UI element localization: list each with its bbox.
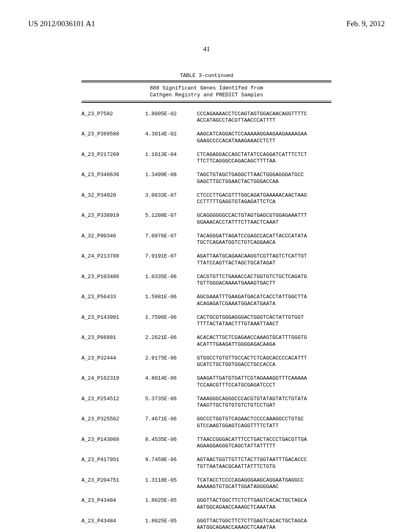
publication-date: Feb. 9, 2012 — [346, 19, 385, 28]
sequence-line2: AATGGCAGAACCAAAGCTCAAATAA — [197, 504, 332, 511]
sequence: AGCGAAATTTGAAGATGACATCACCTATTGGCTTAACAGA… — [197, 294, 332, 307]
table-row: A_24_P2137887.9191E-07AGATTAATGCAGAACAAG… — [81, 253, 332, 266]
probe-id: A_23_P143068 — [81, 436, 142, 443]
sequence-line1: GCAGGGGGGCCACTGTAGTGAGCGTGGAGAAATTT — [197, 212, 332, 219]
p-value: 1.5981E-06 — [145, 294, 194, 300]
sequence-line1: CACGTGTTCTGAAACCACTGGTGTCTGCTCAGATG — [197, 274, 332, 280]
sequence: GGCCCTGGTGTCAGAACTCCCCAAAGGCCTGTGCGTCCAA… — [197, 416, 332, 429]
p-value: 7.9191E-07 — [145, 253, 194, 260]
p-value: 4.8014E-06 — [145, 375, 194, 382]
sequence-line1: GGCCCTGGTGTCAGAACTCCCCAAAGGCCTGTGC — [197, 416, 332, 422]
publication-number: US 2012/0036101 A1 — [28, 19, 95, 28]
sequence: TAGCTGTAGCTGAGGCTTAACTGGGAGGGATGCCGAGCTT… — [197, 172, 332, 185]
table-row: A_23_P1439811.7596E-06CACTGCGTGGGAGGGACT… — [81, 314, 332, 328]
sequence-line1: GGGTTACTGGCTTCTCTTGAGTCACACTGCTAGCA — [197, 518, 332, 524]
table-subtitle-line1: 888 Significant Genes Identifed from — [150, 85, 263, 91]
sequence-line1: TCATACCTCCCCAGAGGGAAGCAGGAATGAGGCC — [197, 477, 332, 484]
sequence-line2: GCATCTGCTGGTGGACCTGCCACCA — [197, 362, 332, 368]
sequence-line1: TAGCTGTAGCTGAGGCTTAACTGGGAGGGATGCC — [197, 172, 332, 178]
sequence: GTGGCCTGTGTTGCCACTCTCAGCACCCCACATTTGCATC… — [197, 355, 332, 368]
p-value: 5.3735E-06 — [145, 396, 194, 402]
sequence-line2: ACAGAGATCGAAATGGACATGAATA — [197, 301, 332, 307]
table-row: A_23_P3255627.4671E-06GGCCCTGGTGTCAGAACT… — [81, 416, 332, 429]
p-value: 1.3118E-05 — [145, 477, 194, 484]
table-row: A_23_P75821.8005E-02CCCAGAAAACCTCCAGTAGT… — [81, 111, 332, 124]
rule-top-inner — [81, 82, 332, 83]
table-row: A_23_P3486361.3499E-08TAGCTGTAGCTGAGGCTT… — [81, 172, 332, 185]
sequence-line2: TGTTGGGACAAAATGAAAGTGACTT — [197, 280, 332, 287]
sequence-line2: TGCTCAGAATGGTCTGTCAGGAACA — [197, 239, 332, 246]
table-row: A_23_P434841.8025E-05GGGTTACTGGCTTCTCTTG… — [81, 497, 332, 511]
sequence: AAGCATCAGGACTCCAAAAAGGAAGAAGAAAAGAAGAAGC… — [197, 131, 332, 144]
rule-mid-outer — [81, 102, 332, 103]
sequence-line1: CTCAGAGGACCAGCTATATCCAGGATCATTTCTCT — [197, 152, 332, 158]
probe-id: A_24_P213788 — [81, 253, 142, 260]
p-value: 1.7596E-06 — [145, 314, 194, 321]
sequence: TACAGGGATTAGATCCGAGCCACATTACCCATATATGCTC… — [197, 233, 332, 246]
p-value: 7.4671E-06 — [145, 416, 194, 422]
table-title: TABLE 3-continued — [81, 73, 332, 79]
sequence-line1: CCCAGAAAACCTCCAGTAGTGGACAACAGGTTTTC — [197, 111, 332, 117]
table-row: A_23_P1034861.0335E-06CACGTGTTCTGAAACCAC… — [81, 274, 332, 287]
table-row: A_23_P434841.8025E-05GGGTTACTGGCTTCTCTTG… — [81, 518, 332, 531]
table-row: A_23_P3895884.3814E-02AAGCATCAGGACTCCAAA… — [81, 131, 332, 144]
p-value: 5.1208E-07 — [145, 212, 194, 219]
probe-id: A_32_P34920 — [81, 192, 142, 199]
p-value: 1.1013E-04 — [145, 152, 194, 158]
sequence-line1: CACTGCGTGGGAGGGACTGGGTCACTATTGTGGT — [197, 314, 332, 321]
probe-id: A_23_P32444 — [81, 355, 142, 362]
sequence: GGGTTACTGGCTTCTCTTGAGTCACACTGCTAGCAAATGG… — [197, 497, 332, 511]
table-subtitle-line2: Cathgen Registry and PREDICT Samples — [150, 92, 263, 98]
sequence: GGGTTACTGGCTTCTCTTGAGTCACACTGCTAGCAAATGG… — [197, 518, 332, 531]
sequence-line2: GAAGCCCCACATAAAGAAACCTCTT — [197, 138, 332, 144]
p-value: 4.3814E-02 — [145, 131, 194, 137]
sequence-line1: GAAGATTGATGTGATTCGTAGAAAGGTTTCAAAAA — [197, 375, 332, 382]
probe-id: A_32_P90346 — [81, 233, 142, 239]
sequence: CTCAGAGGACCAGCTATATCCAGGATCATTTCTCTTTCTT… — [197, 152, 332, 165]
sequence: CACTGCGTGGGAGGGACTGGGTCACTATTGTGGTTTTTAC… — [197, 314, 332, 328]
rule-top-outer — [81, 81, 332, 81]
p-value: 3.0633E-07 — [145, 192, 194, 199]
table-row: A_23_P564331.5981E-06AGCGAAATTTGAAGATGAC… — [81, 294, 332, 307]
sequence-line1: GGGTTACTGGCTTCTCTTGAGTCACACTGCTAGCA — [197, 497, 332, 504]
probe-id: A_23_P43484 — [81, 518, 142, 524]
probe-id: A_23_P7582 — [81, 111, 142, 117]
table-body: A_23_P75821.8005E-02CCCAGAAAACCTCCAGTAGT… — [81, 111, 332, 532]
sequence-line1: TTAACCGGGACATTTCCTGACTACCCTGACGTTGA — [197, 436, 332, 443]
data-table: TABLE 3-continued 888 Significant Genes … — [81, 73, 332, 532]
probe-id: A_23_P254512 — [81, 396, 142, 402]
p-value: 1.8025E-05 — [145, 497, 194, 504]
table-row: A_23_P2172691.1013E-04CTCAGAGGACCAGCTATA… — [81, 152, 332, 165]
p-value: 1.8005E-02 — [145, 111, 194, 117]
table-row: A_23_P1430688.4535E-06TTAACCGGGACATTTCCT… — [81, 436, 332, 450]
sequence-line2: TCCAACGTTTCCATGCGAGATCCCT — [197, 382, 332, 389]
sequence-line2: GGAAACACCTATTTCTTAACTCAAAT — [197, 219, 332, 226]
probe-id: A_23_P56433 — [81, 294, 142, 300]
rule-mid-inner — [81, 101, 332, 101]
probe-id: A_23_P143981 — [81, 314, 142, 321]
sequence-line1: GTGGCCTGTGTTGCCACTCTCAGCACCCCACATTT — [197, 355, 332, 362]
sequence-line1: AAGCATCAGGACTCCAAAAAGGAAGAAGAAAAGAA — [197, 131, 332, 137]
sequence: GCAGGGGGGCCACTGTAGTGAGCGTGGAGAAATTTGGAAA… — [197, 212, 332, 226]
p-value: 1.8025E-05 — [145, 518, 194, 524]
sequence-line1: AGTAACTGGTTGTTCTACTTGGTAATTTGACACCC — [197, 457, 332, 463]
sequence-line2: TTTTACTATAACTTTGTAAATTAACT — [197, 321, 332, 327]
probe-id: A_23_P204751 — [81, 477, 142, 484]
probe-id: A_23_P103486 — [81, 274, 142, 280]
p-value: 7.0976E-07 — [145, 233, 194, 239]
table-row: A_23_P3389195.1208E-07GCAGGGGGGCCACTGTAG… — [81, 212, 332, 226]
table-row: A_23_P2545125.3735E-06TAAAGGGCAGGGCCCACG… — [81, 396, 332, 409]
p-value: 9.7459E-06 — [145, 457, 194, 463]
probe-id: A_23_P217269 — [81, 152, 142, 158]
sequence-line2: ACCATAGCCTACGTTAACCCATTTT — [197, 117, 332, 124]
probe-id: A_23_P66881 — [81, 335, 142, 341]
sequence: GAAGATTGATGTGATTCGTAGAAAGGTTTCAAAAATCCAA… — [197, 375, 332, 389]
sequence-line2: TGTTAATAACGCAATTATTTCTGTG — [197, 463, 332, 470]
table-subtitle: 888 Significant Genes Identifed from Cat… — [81, 83, 332, 100]
sequence-line1: TACAGGGATTAGATCCGAGCCACATTACCCATATA — [197, 233, 332, 239]
table-row: A_24_P1623194.8014E-06GAAGATTGATGTGATTCG… — [81, 375, 332, 389]
probe-id: A_24_P162319 — [81, 375, 142, 382]
probe-id: A_23_P43484 — [81, 497, 142, 504]
probe-id: A_23_P348636 — [81, 172, 142, 178]
sequence-line2: TAAGTTGCTGTGTGTCTGTCCTGAT — [197, 402, 332, 409]
